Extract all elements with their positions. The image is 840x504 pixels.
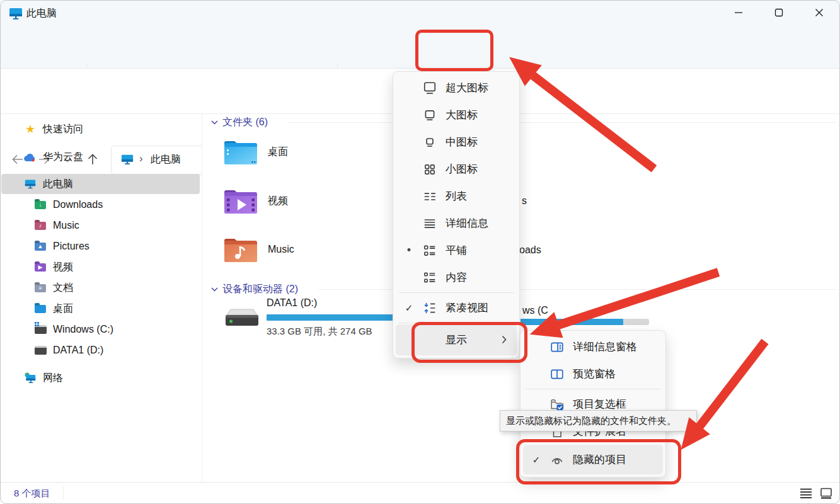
submenu-item-details-pane[interactable]: 详细信息窗格 (523, 333, 663, 360)
folder-tile-label: 桌面 (268, 146, 288, 159)
hidden-items-tooltip: 显示或隐藏标记为隐藏的文件和文件夹。 (500, 410, 697, 432)
submenu-item-preview-pane[interactable]: 预览窗格 (523, 360, 663, 387)
this-pc-icon (8, 6, 23, 21)
sidebar-item-huawei-cloud[interactable]: 华为云盘 (1, 147, 200, 167)
sidebar-item-quick-access[interactable]: ★ 快速访问 (1, 119, 200, 139)
menu-item-label: 详细信息 (446, 216, 488, 231)
folder-tile-label: Music (268, 244, 294, 255)
minimize-button[interactable] (724, 0, 753, 25)
menu-item-show[interactable]: 显示 (396, 324, 517, 355)
hidden-item-fragment: oads (519, 244, 541, 256)
content-view-icon (422, 270, 437, 285)
folder-tile-label: 视频 (268, 195, 288, 208)
downloads-folder-icon: ↓ (35, 201, 46, 209)
sidebar-item-label: 文档 (53, 282, 73, 295)
folder-tile-music[interactable]: Music (222, 234, 294, 265)
sidebar-item-label: 此电脑 (43, 178, 73, 191)
sidebar-item-this-pc[interactable]: 此电脑 (1, 174, 200, 194)
menu-item-details[interactable]: 详细信息 (396, 210, 517, 237)
menu-separator (398, 292, 514, 293)
pictures-folder-icon: ▲ (35, 243, 46, 251)
details-layout-toggle-icon[interactable] (799, 487, 813, 500)
drive-info-data1[interactable]: DATA1 (D:) 33.3 GB 可用, 共 274 GB (267, 297, 411, 338)
monitor-icon (24, 178, 37, 190)
menu-separator (398, 323, 514, 323)
videos-folder-icon: ▶ (35, 263, 46, 272)
details-view-icon (422, 216, 437, 231)
drives-group-header[interactable]: 设备和驱动器 (2) (211, 283, 298, 296)
checkmark: ✓ (528, 454, 544, 466)
folders-group-header[interactable]: 文件夹 (6) (211, 116, 268, 129)
drive-label: DATA1 (D:) (267, 297, 411, 309)
sidebar-item-label: 视频 (53, 261, 73, 274)
menu-item-large-icons[interactable]: 大图标 (396, 101, 517, 129)
maximize-icon (774, 8, 783, 17)
menu-item-list[interactable]: 列表 (396, 183, 517, 210)
extra-large-icons-icon (422, 81, 437, 96)
desktop-folder-icon (222, 137, 259, 167)
details-pane-icon (549, 340, 565, 355)
sidebar-item-videos[interactable]: ▶ 视频 (1, 257, 200, 277)
folder-tile-videos[interactable]: 视频 (222, 186, 288, 216)
menu-item-small-icons[interactable]: 小图标 (396, 156, 517, 183)
drive-capacity-caption: 33.3 GB 可用, 共 274 GB (267, 326, 411, 338)
drives-group-label: 设备和驱动器 (2) (222, 283, 298, 296)
sidebar-item-network[interactable]: 网络 (1, 368, 200, 388)
checkmark: ✓ (401, 302, 417, 314)
drive-c-usage-fill (521, 319, 623, 325)
close-icon (815, 8, 824, 17)
menu-item-label: 紧凑视图 (446, 301, 488, 315)
menu-item-extra-large-icons[interactable]: 超大图标 (396, 74, 517, 101)
menu-item-content[interactable]: 内容 (396, 264, 517, 291)
item-checkboxes-icon (549, 397, 565, 412)
preview-pane-icon (549, 367, 565, 382)
sidebar-item-desktop[interactable]: 桌面 (1, 299, 200, 319)
star-icon: ★ (24, 123, 37, 135)
small-icons-icon (422, 162, 437, 177)
menu-item-label: 内容 (446, 270, 467, 285)
drive-tile-data1[interactable] (221, 306, 262, 334)
network-icon (24, 372, 37, 384)
menu-item-compact-view[interactable]: ✓ 紧凑视图 (396, 294, 517, 321)
large-icons-icon (422, 108, 437, 123)
item-count: 8 个项目 (14, 488, 50, 500)
menu-item-label: 隐藏的项目 (573, 452, 626, 467)
drive-usage-bar (267, 314, 411, 321)
drive-icon (35, 346, 47, 355)
group-divider (288, 122, 836, 123)
sidebar-item-label: Pictures (53, 241, 89, 252)
sidebar-item-windows-c[interactable]: Windows (C:) (1, 319, 200, 340)
sidebar-item-documents[interactable]: ≡ 文档 (1, 278, 200, 298)
thumbnail-layout-toggle-icon[interactable] (819, 487, 833, 500)
music-folder-icon: ♪ (35, 222, 46, 230)
submenu-item-hidden-items[interactable]: ✓ 隐藏的项目 (523, 445, 663, 474)
sidebar-item-data1-d[interactable]: DATA1 (D:) (1, 340, 200, 360)
compact-view-icon (422, 301, 437, 316)
close-button[interactable] (805, 0, 834, 25)
sidebar-item-downloads[interactable]: ↓ Downloads (1, 195, 200, 215)
list-view-icon (422, 189, 437, 204)
sidebar-item-label: Music (53, 220, 79, 231)
sidebar-item-label: 网络 (43, 372, 63, 385)
menu-item-label: 小图标 (446, 162, 478, 176)
menu-item-medium-icons[interactable]: 中图标 (396, 129, 517, 156)
medium-icons-icon (422, 135, 437, 150)
menu-item-label: 中图标 (446, 135, 478, 149)
documents-folder-icon: ≡ (35, 284, 46, 292)
desktop-folder-icon (35, 305, 46, 313)
menu-item-label: 详细信息窗格 (573, 340, 637, 354)
hidden-item-fragment: s (522, 195, 527, 207)
videos-folder-icon (222, 186, 259, 216)
sidebar-item-music[interactable]: ♪ Music (1, 215, 200, 236)
menu-item-label: 项目复选框 (573, 397, 626, 411)
status-bar: 8 个项目 (0, 482, 840, 504)
folders-group-label: 文件夹 (6) (222, 116, 268, 129)
sidebar-item-label: DATA1 (D:) (53, 345, 103, 356)
maximize-button[interactable] (764, 0, 793, 25)
sidebar-item-pictures[interactable]: ▲ Pictures (1, 236, 200, 256)
folder-tile-desktop[interactable]: 桌面 (222, 137, 288, 167)
menu-separator (526, 389, 660, 389)
menu-item-tiles[interactable]: • 平铺 (396, 237, 517, 264)
window-title: 此电脑 (26, 7, 57, 20)
tiles-view-icon (422, 243, 437, 258)
